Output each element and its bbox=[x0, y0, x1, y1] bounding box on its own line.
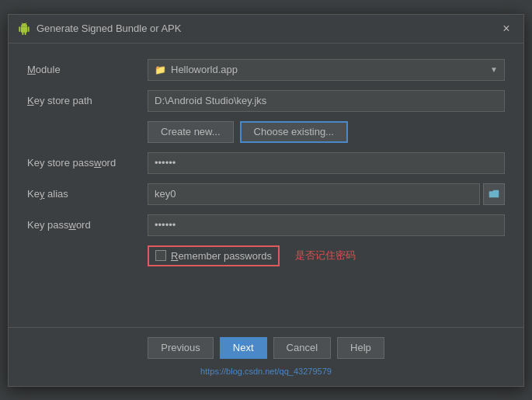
keystore-password-input[interactable] bbox=[148, 152, 505, 174]
key-password-wrap bbox=[148, 214, 505, 236]
remember-checkbox[interactable] bbox=[155, 250, 166, 261]
module-folder-icon: 📁 bbox=[155, 64, 166, 75]
footer-link-wrap: https://blog.csdn.net/qq_43279579 bbox=[200, 365, 332, 377]
footer-link: https://blog.csdn.net/qq_43279579 bbox=[200, 367, 332, 376]
key-password-row: Key password bbox=[27, 214, 505, 236]
module-label: Module bbox=[27, 64, 148, 75]
remember-checkbox-wrap[interactable]: Remember passwords bbox=[148, 245, 280, 266]
keystore-password-row: Key store password bbox=[27, 152, 505, 174]
key-password-label: Key password bbox=[27, 219, 148, 231]
key-alias-row: Key alias bbox=[27, 183, 505, 205]
title-bar: Generate Signed Bundle or APK × bbox=[9, 15, 523, 43]
module-row: Module 📁 Helloworld.app bbox=[27, 59, 505, 81]
footer-buttons: Previous Next Cancel Help bbox=[27, 337, 505, 359]
key-alias-wrap bbox=[148, 183, 505, 205]
choose-existing-button[interactable]: Choose existing... bbox=[240, 121, 348, 143]
create-new-button[interactable]: Create new... bbox=[148, 121, 234, 143]
help-button[interactable]: Help bbox=[337, 337, 384, 359]
key-password-input[interactable] bbox=[148, 214, 505, 236]
keystore-path-label: Key store path bbox=[27, 95, 148, 106]
close-button[interactable]: × bbox=[499, 21, 514, 37]
keystore-path-wrap bbox=[148, 90, 505, 112]
folder-icon bbox=[489, 190, 499, 199]
remember-label: Remember passwords bbox=[171, 250, 272, 262]
keystore-password-wrap bbox=[148, 152, 505, 174]
annotation-text: 是否记住密码 bbox=[295, 249, 356, 263]
keystore-path-row: Key store path bbox=[27, 90, 505, 112]
key-alias-browse-button[interactable] bbox=[483, 183, 505, 205]
keystore-path-input[interactable] bbox=[148, 90, 505, 112]
android-icon bbox=[18, 23, 30, 35]
dialog-title: Generate Signed Bundle or APK bbox=[37, 23, 499, 34]
key-alias-label: Key alias bbox=[27, 188, 148, 200]
module-select[interactable]: 📁 Helloworld.app bbox=[148, 59, 505, 81]
keystore-buttons-row: Create new... Choose existing... bbox=[27, 121, 505, 143]
previous-button[interactable]: Previous bbox=[148, 337, 214, 359]
dialog-content: Module 📁 Helloworld.app Key store path C… bbox=[9, 43, 523, 327]
dialog-footer: Previous Next Cancel Help https://blog.c… bbox=[9, 327, 523, 386]
cancel-button[interactable]: Cancel bbox=[273, 337, 331, 359]
remember-passwords-row: Remember passwords 是否记住密码 bbox=[27, 245, 505, 266]
module-select-container: 📁 Helloworld.app bbox=[148, 59, 505, 81]
generate-signed-bundle-dialog: Generate Signed Bundle or APK × Module 📁… bbox=[8, 14, 524, 387]
key-alias-input[interactable] bbox=[148, 183, 480, 205]
module-value: Helloworld.app bbox=[171, 64, 238, 75]
next-button[interactable]: Next bbox=[220, 337, 267, 359]
keystore-password-label: Key store password bbox=[27, 157, 148, 169]
